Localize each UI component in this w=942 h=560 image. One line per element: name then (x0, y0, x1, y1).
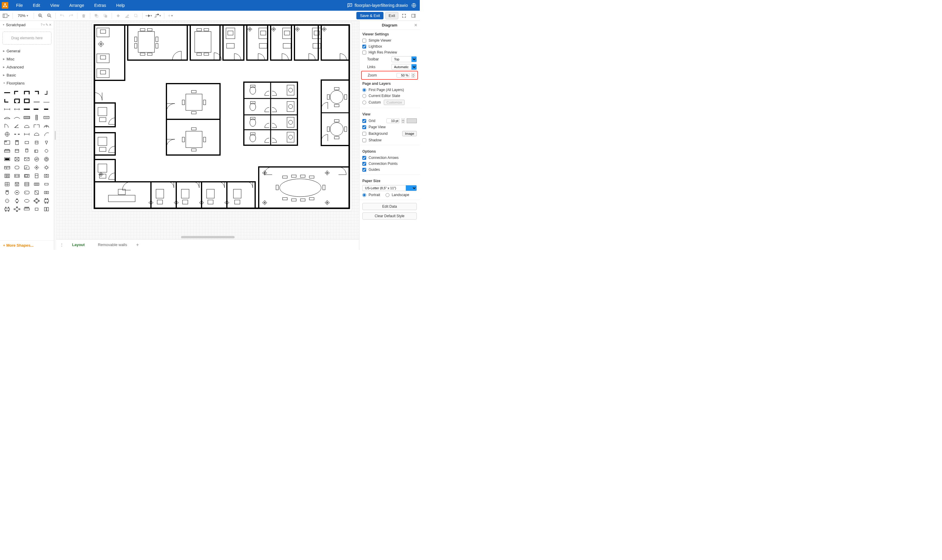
shape-chair[interactable] (23, 147, 31, 154)
shape-bathtub[interactable] (23, 189, 31, 196)
to-front-button[interactable] (93, 12, 100, 20)
filename[interactable]: floorplan-layerfiltering.drawio (355, 3, 408, 8)
scratchpad-help-icon[interactable]: ? (40, 23, 42, 27)
shape-sofa[interactable] (3, 147, 11, 154)
scratchpad-dropzone[interactable]: Drag elements here (2, 32, 51, 45)
shape-twin-bed[interactable] (42, 206, 51, 213)
shape-wall-short[interactable] (42, 106, 51, 113)
fill-color-button[interactable] (114, 12, 122, 20)
shape-armchair[interactable] (13, 147, 21, 154)
shape-dresser[interactable] (23, 181, 31, 188)
connection-points-checkbox[interactable] (362, 162, 366, 166)
zoom-input[interactable] (396, 73, 410, 78)
custom-radio[interactable] (362, 101, 366, 105)
shape-thin-wall[interactable] (32, 97, 41, 105)
shape-door-sliding[interactable] (32, 122, 41, 129)
shape-toilet[interactable] (3, 189, 11, 196)
shape-stairs-h[interactable] (23, 114, 31, 121)
scratchpad-header[interactable]: ▼ Scratchpad ? + ✎ ✕ (0, 21, 54, 29)
shape-lamp[interactable] (42, 139, 51, 146)
shape-clock[interactable] (42, 155, 51, 163)
menu-edit[interactable]: Edit (28, 1, 45, 9)
tab-removable-walls[interactable]: Removable walls (92, 240, 133, 249)
shape-table-round-chairs[interactable] (13, 197, 21, 205)
shape-chair-round[interactable] (42, 147, 51, 154)
shape-arc[interactable] (42, 131, 51, 138)
shape-table-oval[interactable] (23, 197, 31, 205)
shape-table-rect[interactable] (3, 206, 11, 213)
page-tabs-menu[interactable]: ⋮ (58, 243, 65, 247)
line-color-button[interactable] (123, 12, 131, 20)
shape-floor-line[interactable] (42, 97, 51, 105)
toolbar-select[interactable]: Top (392, 56, 417, 62)
format-panel-close-icon[interactable]: ✕ (414, 23, 418, 28)
grid-stepper[interactable]: ▴▾ (401, 118, 405, 123)
current-editor-radio[interactable] (362, 94, 366, 98)
section-floorplans[interactable]: ▼Floorplans (0, 79, 54, 87)
shape-microwave[interactable] (23, 172, 31, 179)
shape-dimension[interactable] (3, 106, 11, 113)
more-shapes-button[interactable]: + More Shapes... (0, 240, 54, 250)
shape-wall-u[interactable] (23, 89, 31, 96)
view-mode-button[interactable]: ▼ (2, 12, 10, 20)
menu-view[interactable]: View (46, 1, 64, 9)
app-logo[interactable] (2, 2, 8, 9)
shape-shelf[interactable] (32, 181, 41, 188)
edit-data-button[interactable]: Edit Data (362, 203, 417, 210)
shape-dishwasher[interactable] (13, 181, 21, 188)
section-basic[interactable]: ▶Basic (0, 71, 54, 79)
shape-table-long[interactable] (23, 206, 31, 213)
zoom-display[interactable]: 70%▼ (15, 13, 31, 18)
background-image-button[interactable]: Image (402, 131, 417, 136)
add-page-tab[interactable]: + (134, 242, 141, 248)
shape-door-arc[interactable] (3, 122, 11, 129)
shape-opening-h[interactable] (13, 131, 21, 138)
shape-plant[interactable] (32, 164, 41, 171)
shape-gear[interactable] (42, 164, 51, 171)
sidebar-splitter[interactable] (54, 21, 56, 250)
menu-file[interactable]: File (11, 1, 28, 9)
format-panel-button[interactable] (410, 12, 418, 20)
waypoint-button[interactable]: ▼ (154, 12, 162, 20)
shape-tv[interactable] (3, 155, 11, 163)
scratchpad-edit-icon[interactable]: ✎ (46, 23, 48, 27)
shape-counter-round[interactable] (13, 164, 21, 171)
shape-x-box[interactable] (13, 155, 21, 163)
shape-wall-thick[interactable] (23, 106, 31, 113)
menu-arrange[interactable]: Arrange (65, 1, 89, 9)
shape-wall-corner-bl[interactable] (3, 97, 11, 105)
zoom-in-button[interactable] (36, 12, 44, 20)
landscape-radio[interactable] (385, 193, 389, 197)
shape-envelope[interactable] (23, 155, 31, 163)
background-checkbox[interactable] (362, 132, 366, 136)
first-page-radio[interactable] (362, 88, 366, 92)
tab-layout[interactable]: Layout (66, 240, 91, 249)
shape-stove[interactable] (3, 172, 11, 179)
menu-extras[interactable]: Extras (89, 1, 111, 9)
zoom-out-button[interactable] (45, 12, 53, 20)
shape-piano[interactable] (23, 164, 31, 171)
shape-dimension-arrow[interactable] (13, 106, 21, 113)
shape-wall-thick2[interactable] (32, 106, 41, 113)
shape-fridge[interactable] (32, 172, 41, 179)
shape-opening-bracket[interactable] (23, 131, 31, 138)
shape-window2[interactable] (13, 114, 21, 121)
shadow-button[interactable] (132, 12, 140, 20)
page-view-checkbox[interactable] (362, 125, 366, 129)
shape-table-small[interactable] (23, 139, 31, 146)
comment-icon[interactable] (347, 2, 353, 9)
insert-button[interactable]: +▼ (167, 12, 174, 20)
section-general[interactable]: ▶General (0, 47, 54, 55)
shape-outlet[interactable] (3, 197, 11, 205)
shape-record[interactable] (13, 189, 21, 196)
grid-size-input[interactable] (387, 118, 399, 123)
customize-button[interactable]: Customize (384, 100, 405, 105)
guides-checkbox[interactable] (362, 168, 366, 172)
shape-round-table-set[interactable] (13, 206, 21, 213)
links-select[interactable]: Automatic (392, 64, 417, 70)
section-advanced[interactable]: ▶Advanced (0, 63, 54, 71)
fullscreen-button[interactable] (400, 12, 408, 20)
shape-keyboard[interactable] (42, 114, 51, 121)
shape-door-straight[interactable] (13, 122, 21, 129)
section-misc[interactable]: ▶Misc (0, 55, 54, 63)
